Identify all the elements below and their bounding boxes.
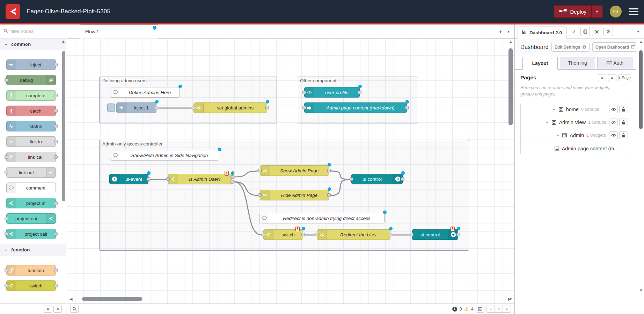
- visibility-toggle-button[interactable]: [609, 131, 618, 139]
- flow-canvas[interactable]: ▲ ▼ ◀ ▶ Defining admin usersOther compon…: [67, 38, 514, 304]
- tree-row-admin-page-content-m-[interactable]: Admin page content (m...: [521, 142, 631, 155]
- collapse-all-button[interactable]: [598, 74, 606, 81]
- scroll-up-icon[interactable]: ▲: [61, 39, 65, 43]
- node-port-input[interactable]: [302, 91, 306, 94]
- palette-node-debug[interactable]: debug: [6, 75, 56, 85]
- add-flow-button[interactable]: +: [499, 29, 502, 35]
- change-node[interactable]: set global.admins: [193, 102, 267, 113]
- palette-node-catch[interactable]: catch: [6, 106, 56, 116]
- change-node[interactable]: Hide Admin Page: [260, 190, 329, 200]
- canvas-hscroll-thumb[interactable]: [82, 297, 142, 301]
- tab-ff-auth[interactable]: FF Auth: [597, 57, 632, 69]
- tab-dashboard-2[interactable]: Dashboard 2.0: [518, 27, 566, 38]
- tab-help-button[interactable]: [580, 27, 590, 36]
- scroll-up-icon[interactable]: ▲: [509, 40, 513, 44]
- palette-category-function[interactable]: function: [0, 244, 66, 256]
- canvas-vscroll-thumb[interactable]: [508, 48, 513, 125]
- palette-node-project-out[interactable]: project out: [6, 213, 56, 224]
- ui-template-node[interactable]: </>user profile: [304, 87, 360, 98]
- node-port-output[interactable]: [456, 233, 460, 236]
- palette-node-switch[interactable]: switch: [6, 280, 56, 291]
- palette-node-complete[interactable]: complete: [6, 90, 56, 101]
- comment-node[interactable]: Define Admins Here: [110, 87, 180, 98]
- tree-row-admin-view[interactable]: Admin View1 Groups: [521, 116, 631, 129]
- node-port-input[interactable]: [192, 106, 195, 109]
- lock-toggle-button[interactable]: [619, 106, 628, 113]
- palette-scrollbar-thumb[interactable]: [62, 51, 65, 201]
- node-port-output[interactable]: [230, 175, 234, 179]
- ui-event-node[interactable]: ui-event: [109, 174, 148, 184]
- switch-node[interactable]: switch!: [263, 229, 303, 240]
- palette-collapse-all-button[interactable]: [44, 306, 52, 313]
- node-port-output[interactable]: [327, 169, 331, 172]
- flow-list-caret[interactable]: ▾: [507, 29, 510, 34]
- node-port-output[interactable]: [389, 233, 392, 236]
- user-avatar[interactable]: su: [610, 6, 622, 17]
- comment-node[interactable]: Redirect is non-admin trying direct acce…: [259, 213, 385, 223]
- tab-layout[interactable]: Layout: [522, 57, 558, 70]
- palette-node-link-in[interactable]: link in: [6, 136, 56, 147]
- zoom-out-button[interactable]: −: [486, 306, 495, 313]
- node-port-input[interactable]: [350, 177, 353, 181]
- palette-node-link-out[interactable]: link out: [6, 167, 56, 178]
- node-port-input[interactable]: [262, 233, 265, 236]
- node-port-input[interactable]: [258, 193, 262, 197]
- tree-row-home[interactable]: home0 Groups: [521, 103, 631, 116]
- palette-node-project-call[interactable]: project call: [6, 229, 56, 239]
- deploy-options-caret[interactable]: ▼: [591, 6, 602, 17]
- canvas-vscrollbar[interactable]: ▲ ▼: [508, 40, 513, 295]
- tab-flow-1[interactable]: Flow 1: [80, 24, 158, 38]
- sidebar-scrollbar-thumb[interactable]: [639, 50, 643, 129]
- tree-row-admin[interactable]: Admin1 Widgets: [521, 129, 631, 142]
- ui-template-node[interactable]: Admin page content (markdown): [304, 102, 407, 113]
- tab-info-button[interactable]: i: [569, 27, 578, 36]
- open-dashboard-button[interactable]: Open Dashboard: [592, 42, 636, 52]
- node-port-output[interactable]: [327, 193, 331, 197]
- node-port-output[interactable]: [230, 180, 234, 184]
- lock-toggle-button[interactable]: [619, 131, 628, 139]
- scroll-down-icon[interactable]: ▼: [639, 288, 643, 292]
- ui-control-node[interactable]: ui control: [351, 174, 403, 184]
- change-node[interactable]: Show Admin Page: [260, 165, 329, 176]
- palette-category-common[interactable]: common: [0, 38, 66, 50]
- palette-expand-all-button[interactable]: [53, 306, 62, 313]
- palette-node-status[interactable]: status: [6, 121, 56, 131]
- expand-all-button[interactable]: [608, 74, 616, 81]
- tab-debug-button[interactable]: [592, 27, 601, 36]
- palette-node-comment[interactable]: comment: [6, 183, 56, 193]
- palette-node-function[interactable]: ƒfunction: [6, 265, 56, 276]
- change-node[interactable]: Redirect the User: [317, 229, 390, 240]
- node-port-input[interactable]: [315, 233, 319, 236]
- edit-settings-button[interactable]: Edit Settings⚙: [551, 43, 590, 52]
- sidebar-tabs-caret[interactable]: ▾: [637, 29, 641, 34]
- canvas-hscrollbar[interactable]: ◀ ▶: [69, 297, 506, 301]
- node-port-output[interactable]: [147, 177, 150, 181]
- main-menu-button[interactable]: [629, 8, 638, 15]
- node-port-input[interactable]: [258, 169, 262, 172]
- tab-config-button[interactable]: ⚙: [603, 27, 613, 36]
- toggle-navigator-button[interactable]: [476, 306, 484, 313]
- flow-group-g2[interactable]: Other component: [297, 77, 418, 123]
- palette-scrollbar[interactable]: ▲: [62, 38, 66, 304]
- tab-theming[interactable]: Theming: [560, 57, 595, 69]
- switch-node[interactable]: Is Admin User?!: [168, 174, 232, 184]
- node-port-input[interactable]: [410, 233, 414, 236]
- ui-control-node[interactable]: ui control!: [412, 229, 458, 240]
- palette-node-inject[interactable]: inject: [6, 59, 56, 70]
- canvas-search-button[interactable]: [70, 306, 79, 313]
- sidebar-scrollbar[interactable]: ▲ ▼: [639, 38, 643, 314]
- add-page-button[interactable]: +Page: [618, 74, 631, 81]
- node-port-input[interactable]: [302, 106, 306, 109]
- node-port-output[interactable]: [405, 106, 409, 109]
- node-port-output[interactable]: [358, 91, 361, 94]
- flow-group-g1[interactable]: Defining admin users: [99, 77, 277, 123]
- scroll-left-icon[interactable]: ◀: [69, 297, 72, 301]
- scroll-up-icon[interactable]: ▲: [639, 40, 643, 44]
- visibility-toggle-button[interactable]: [609, 106, 618, 113]
- visibility-toggle-button[interactable]: [609, 119, 618, 126]
- node-port-output[interactable]: [265, 106, 269, 109]
- node-port-output[interactable]: [401, 177, 404, 181]
- palette-node-project-in[interactable]: project in: [6, 198, 56, 208]
- scroll-right-icon[interactable]: ▶: [508, 297, 511, 301]
- comment-node[interactable]: Show/Hide Admin in Side Navigation: [110, 150, 219, 160]
